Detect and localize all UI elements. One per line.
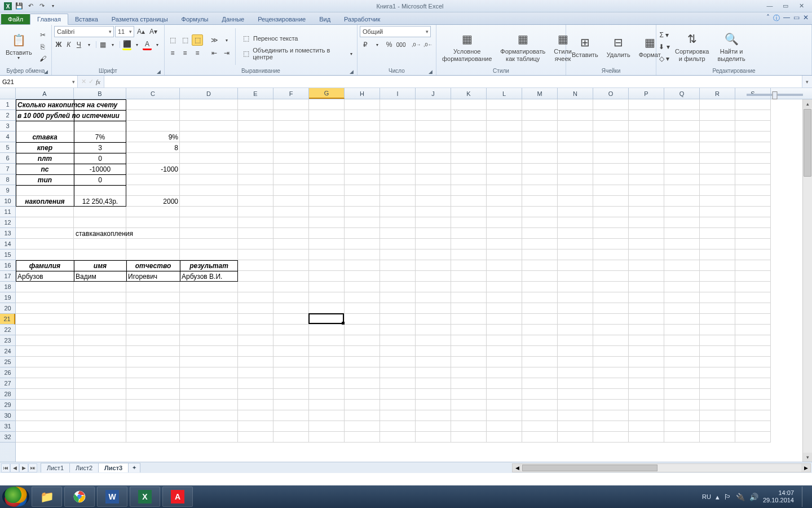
undo-icon[interactable]: ↶ [26,2,35,11]
ribbon-minimize-icon[interactable]: ˄ [766,14,770,23]
cell-B16[interactable]: имя [74,260,126,271]
number-format-combo[interactable]: Общий [360,26,431,37]
tab-view[interactable]: Вид [312,14,337,24]
column-header-I[interactable]: I [380,88,416,99]
row-header-3[interactable]: 3 [0,121,15,132]
align-left-icon[interactable]: ≡ [167,47,178,59]
cell-A6[interactable]: плт [16,153,74,164]
tray-volume-icon[interactable]: 🔊 [749,493,758,501]
row-header-25[interactable]: 25 [0,357,15,367]
horizontal-scrollbar[interactable]: ◀ ▶ [512,463,811,472]
column-header-K[interactable]: K [451,88,487,99]
row-header-7[interactable]: 7 [0,164,15,174]
align-right-icon[interactable]: ≡ [192,47,203,59]
scroll-left-icon[interactable]: ◀ [513,464,522,472]
borders-icon[interactable]: ▦ [99,39,108,50]
column-header-N[interactable]: N [558,88,593,99]
redo-icon[interactable]: ↷ [37,2,46,11]
new-sheet-button[interactable]: ✦ [128,463,140,472]
column-header-J[interactable]: J [416,88,451,99]
align-top-icon[interactable]: ⬚ [167,34,178,46]
row-header-22[interactable]: 22 [0,325,15,335]
tab-insert[interactable]: Вставка [68,14,105,24]
fill-icon[interactable]: ⬇ ▾ [659,41,670,52]
cut-icon[interactable]: ✂ [37,29,48,41]
cell-B8[interactable]: 0 [74,174,126,185]
fx-icon[interactable]: fx [96,78,100,85]
decrease-decimal-icon[interactable]: ,0← [423,39,434,50]
tab-home[interactable]: Главная [30,14,68,25]
cell-A4[interactable]: ставка [16,132,74,142]
row-header-19[interactable]: 19 [0,292,15,303]
taskbar-excel[interactable]: X [130,487,160,507]
cell-C7[interactable]: -1000 [126,164,180,174]
insert-cells-button[interactable]: ⊞Вставить [568,33,602,59]
find-select-button[interactable]: 🔍Найти и выделить [714,30,748,63]
show-desktop-button[interactable] [802,487,807,507]
font-color-icon[interactable]: A [143,39,152,50]
accounting-format-icon[interactable]: ₽ [360,39,370,50]
tab-developer[interactable]: Разработчик [337,14,387,24]
row-header-10[interactable]: 10 [0,196,15,207]
row-header-23[interactable]: 23 [0,335,15,346]
minimize-button[interactable]: — [764,2,776,10]
align-center-icon[interactable]: ≡ [179,47,191,59]
column-header-G[interactable]: G [309,88,345,99]
taskbar-adobe[interactable]: A [162,487,193,507]
column-header-F[interactable]: F [273,88,309,99]
cell-A7[interactable]: пс [16,164,74,174]
row-header-28[interactable]: 28 [0,389,15,400]
enter-formula-icon[interactable]: ✓ [89,78,94,85]
column-header-P[interactable]: P [629,88,664,99]
sheet-nav-first-icon[interactable]: ⏮ [1,463,10,472]
doc-close-icon[interactable]: ✕ [803,14,809,23]
column-header-O[interactable]: O [593,88,629,99]
alignment-dialog-icon[interactable]: ◢ [350,69,354,75]
cell-A16[interactable]: фамилия [16,260,74,271]
tray-flag-icon[interactable]: 🏳 [724,493,731,501]
accounting-more-icon[interactable]: ▾ [372,39,382,50]
row-header-30[interactable]: 30 [0,410,15,421]
format-as-table-button[interactable]: ▦Форматировать как таблицу [497,30,549,63]
column-header-A[interactable]: A [16,88,74,99]
cell-A17[interactable]: Арбузов [16,271,74,282]
cell-C5[interactable]: 8 [126,142,180,153]
format-painter-icon[interactable]: 🖌 [37,53,48,64]
close-button[interactable]: ✕ [795,2,807,10]
row-header-5[interactable]: 5 [0,142,15,153]
row-header-13[interactable]: 13 [0,228,15,239]
orientation-icon[interactable]: ≫ [209,34,220,46]
sheet-tab-Лист3[interactable]: Лист3 [98,463,129,472]
tray-show-hidden-icon[interactable]: ▴ [716,493,720,501]
tray-lang[interactable]: RU [702,493,711,500]
cell-D17[interactable]: Арбузов В.И. [180,271,238,282]
tab-data[interactable]: Данные [215,14,251,24]
font-name-combo[interactable]: Calibri [54,26,114,37]
column-header-Q[interactable]: Q [664,88,700,99]
orientation-more-icon[interactable]: ▾ [221,34,232,46]
cell-B5[interactable]: 3 [74,142,126,153]
row-header-21[interactable]: 21 [0,314,15,325]
conditional-format-button[interactable]: ▦Условное форматирование [439,30,495,63]
hscroll-thumb[interactable] [522,465,657,471]
column-header-M[interactable]: M [522,88,558,99]
cells-area[interactable]: Сколько накопится на счетув 10 000 рубле… [16,99,812,462]
row-header-14[interactable]: 14 [0,239,15,249]
sheet-nav-next-icon[interactable]: ▶ [19,463,28,472]
sheet-nav-last-icon[interactable]: ⏭ [28,463,37,472]
fill-more-icon[interactable]: ▾ [133,39,142,50]
row-header-20[interactable]: 20 [0,303,15,314]
formula-bar[interactable] [104,76,802,87]
file-tab[interactable]: Файл [1,14,30,24]
align-bottom-icon[interactable]: ⬚ [192,34,203,46]
sheet-tab-Лист2[interactable]: Лист2 [69,463,99,472]
cell-D16[interactable]: результат [180,260,238,271]
cancel-formula-icon[interactable]: ✕ [81,78,86,85]
cell-C16[interactable]: отчество [126,260,180,271]
cell-B13[interactable]: ставканакопления [74,228,126,239]
decrease-indent-icon[interactable]: ⇤ [209,47,220,59]
doc-minimize-icon[interactable]: — [783,14,790,23]
save-icon[interactable]: 💾 [15,2,24,11]
bold-button[interactable]: Ж [54,39,63,50]
row-header-2[interactable]: 2 [0,110,15,121]
